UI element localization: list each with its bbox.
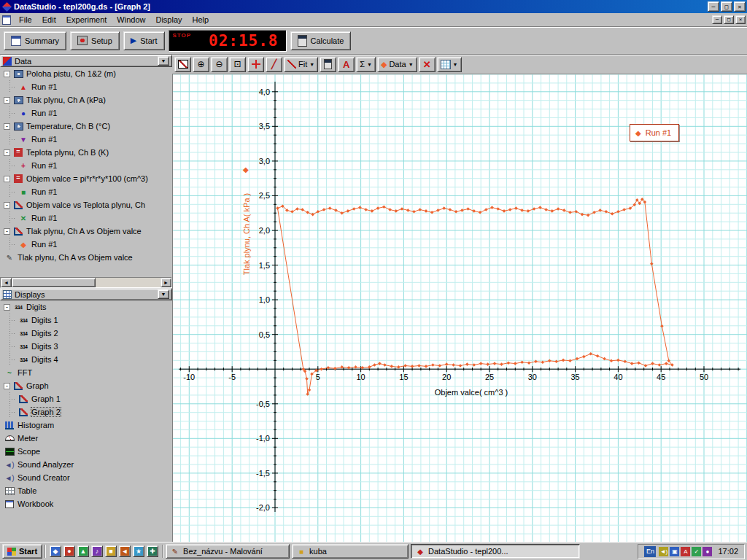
maximize-button[interactable]: □ bbox=[721, 1, 732, 12]
collapse-toggle-icon[interactable]: - bbox=[4, 176, 10, 182]
data-tree-item[interactable]: ■Run #1 bbox=[0, 185, 172, 198]
x-axis-title[interactable]: Objem valce( cm^3 ) bbox=[435, 388, 508, 397]
collapse-toggle-icon[interactable]: - bbox=[4, 228, 10, 235]
menu-file[interactable]: File bbox=[14, 14, 37, 26]
scroll-right-icon[interactable]: ► bbox=[160, 278, 171, 287]
graph-plot-area[interactable]: -10-551015202530354045504,03,53,02,52,01… bbox=[172, 74, 747, 542]
data-tree-item[interactable]: ▲Run #1 bbox=[0, 80, 172, 93]
displays-tree-item[interactable]: 3.14Digits 1 bbox=[0, 314, 172, 327]
calculate-button[interactable]: Calculate bbox=[290, 31, 352, 50]
collapse-toggle-icon[interactable]: - bbox=[4, 123, 10, 130]
displays-panel-menu-arrow-icon[interactable]: ▼ bbox=[158, 289, 169, 299]
graph-settings-dropdown[interactable]: ▼ bbox=[437, 57, 462, 72]
collapse-toggle-icon[interactable]: - bbox=[4, 71, 10, 77]
statistics-dropdown[interactable]: Σ ▼ bbox=[356, 57, 376, 72]
data-tree-item[interactable]: ●Run #1 bbox=[0, 106, 172, 120]
menu-window[interactable]: Window bbox=[112, 14, 150, 26]
displays-tree-item[interactable]: ◄)Sound Analyzer bbox=[0, 458, 172, 471]
data-tree-item[interactable]: ✕Run #1 bbox=[0, 211, 172, 225]
tray-icon-3[interactable]: A bbox=[681, 547, 690, 556]
menu-display[interactable]: Display bbox=[150, 14, 187, 26]
displays-tree-item[interactable]: Graph 1 bbox=[0, 392, 172, 405]
graph-legend[interactable]: ◆ Run #1 bbox=[630, 124, 679, 141]
data-tree-item[interactable]: ✎Tlak plynu, Ch A vs Objem valce bbox=[0, 251, 172, 264]
child-minimize-button[interactable]: ─ bbox=[712, 15, 722, 24]
data-tree-item[interactable]: -Tlak plynu, Ch A vs Objem valce bbox=[0, 225, 172, 238]
scrollbar-track[interactable] bbox=[96, 278, 160, 287]
zoom-in-button[interactable]: ⊕ bbox=[193, 57, 209, 72]
collapse-toggle-icon[interactable]: - bbox=[4, 149, 10, 156]
tray-icon-4[interactable]: ✓ bbox=[692, 547, 701, 556]
minimize-button[interactable]: ─ bbox=[708, 1, 719, 12]
scroll-left-icon[interactable]: ◄ bbox=[1, 278, 12, 287]
zoom-out-button[interactable]: ⊖ bbox=[211, 57, 228, 72]
start-button[interactable]: Start bbox=[2, 544, 42, 559]
data-tree-item[interactable]: -Temperature, Ch B (°C) bbox=[0, 120, 172, 133]
displays-tree-item[interactable]: Scope bbox=[0, 445, 172, 458]
quick-launch-icon-5[interactable]: ■ bbox=[105, 545, 117, 557]
start-button-toolbar[interactable]: ▶ Start bbox=[123, 31, 165, 50]
data-tree-item[interactable]: ◆Run #1 bbox=[0, 238, 172, 251]
collapse-toggle-icon[interactable]: - bbox=[4, 202, 10, 209]
fit-dropdown[interactable]: Fit ▼ bbox=[284, 57, 318, 72]
displays-tree-item[interactable]: 3.14Digits 4 bbox=[0, 353, 172, 366]
collapse-toggle-icon[interactable]: - bbox=[4, 383, 10, 389]
quick-launch-icon-2[interactable]: ● bbox=[63, 545, 75, 557]
displays-tree-item[interactable]: Graph 2 bbox=[0, 405, 172, 419]
displays-tree-item[interactable]: ◄)Sound Creator bbox=[0, 471, 172, 484]
remove-button[interactable]: ✕ bbox=[419, 57, 436, 72]
scrollbar-thumb[interactable] bbox=[12, 278, 96, 287]
collapse-toggle-icon[interactable]: - bbox=[4, 304, 10, 311]
collapse-toggle-icon[interactable]: - bbox=[4, 97, 10, 104]
displays-tree-item[interactable]: -3.14Digits bbox=[0, 300, 172, 314]
smart-tool-button[interactable] bbox=[247, 57, 264, 72]
quick-launch-icon-1[interactable]: ◆ bbox=[50, 545, 61, 557]
quick-launch-icon-8[interactable]: ✚ bbox=[147, 545, 158, 557]
menu-help[interactable]: Help bbox=[187, 14, 214, 26]
data-tree-item[interactable]: -Objem valce vs Teplota plynu, Ch bbox=[0, 198, 172, 211]
tray-icon-5[interactable]: ● bbox=[703, 547, 712, 556]
task-button[interactable]: ✎Bez_názvu - Malování bbox=[166, 544, 290, 559]
menu-experiment[interactable]: Experiment bbox=[61, 14, 112, 26]
tray-icon-1[interactable]: ◄) bbox=[659, 547, 668, 556]
title-bar[interactable]: DataStudio - tepl200g.ds - [Graph 2] ─ □… bbox=[0, 0, 747, 13]
text-tool-button[interactable]: A bbox=[338, 57, 355, 72]
summary-button[interactable]: Summary bbox=[4, 31, 66, 50]
displays-tree-item[interactable]: Table bbox=[0, 484, 172, 497]
data-tree-item[interactable]: -Poloha pistu, Ch 1&2 (m) bbox=[0, 67, 172, 80]
tray-icon-2[interactable]: ▣ bbox=[670, 547, 679, 556]
quick-launch-icon-7[interactable]: ★ bbox=[133, 545, 144, 557]
keyboard-layout-indicator[interactable]: En bbox=[644, 546, 656, 557]
menu-edit[interactable]: Edit bbox=[37, 14, 61, 26]
displays-tree-item[interactable]: 3.14Digits 3 bbox=[0, 340, 172, 353]
data-dropdown[interactable]: ◆ Data ▼ bbox=[377, 57, 417, 72]
quick-launch-icon-4[interactable]: ♪ bbox=[91, 545, 103, 557]
scale-to-fit-button[interactable] bbox=[174, 57, 191, 72]
displays-panel-header[interactable]: Displays ▼ bbox=[0, 288, 172, 300]
zoom-select-button[interactable]: ⊡ bbox=[229, 57, 246, 72]
displays-tree-item[interactable]: Workbook bbox=[0, 497, 172, 510]
data-tree-item[interactable]: -Tlak plynu, Ch A (kPa) bbox=[0, 93, 172, 106]
displays-tree-item[interactable]: 3.14Digits 2 bbox=[0, 327, 172, 340]
data-tree-item[interactable]: -=Teplota plynu, Ch B (K) bbox=[0, 146, 172, 159]
data-tree-hscrollbar[interactable]: ◄ ► bbox=[0, 277, 172, 288]
calculate-tool-button[interactable] bbox=[320, 57, 336, 72]
quick-launch-icon-6[interactable]: ◄ bbox=[119, 545, 131, 557]
task-button[interactable]: ■kuba bbox=[292, 544, 409, 559]
displays-tree-item[interactable]: -Graph bbox=[0, 379, 172, 392]
data-panel-header[interactable]: Data ▼ bbox=[0, 55, 172, 67]
displays-tree-item[interactable]: Meter bbox=[0, 432, 172, 445]
displays-tree-item[interactable]: Histogram bbox=[0, 419, 172, 432]
close-button[interactable]: ✕ bbox=[734, 1, 746, 12]
data-tree-item[interactable]: ▼Run #1 bbox=[0, 133, 172, 146]
data-tree-item[interactable]: -=Objem valce = pi*r*r*y*100 (cm^3) bbox=[0, 172, 172, 185]
chart-svg[interactable]: -10-551015202530354045504,03,53,02,52,01… bbox=[173, 74, 747, 542]
data-panel-menu-arrow-icon[interactable]: ▼ bbox=[158, 56, 169, 66]
child-restore-button[interactable]: □ bbox=[724, 15, 734, 24]
child-close-button[interactable]: ✕ bbox=[735, 15, 746, 24]
displays-tree-item[interactable]: ~FFT bbox=[0, 366, 172, 379]
quick-launch-icon-3[interactable]: ▲ bbox=[77, 545, 89, 557]
setup-button[interactable]: Setup bbox=[70, 31, 120, 50]
slope-tool-button[interactable]: ╱ bbox=[266, 57, 282, 72]
y-axis-title[interactable]: Tlak plynu, Ch A( kPa ) bbox=[242, 193, 251, 276]
